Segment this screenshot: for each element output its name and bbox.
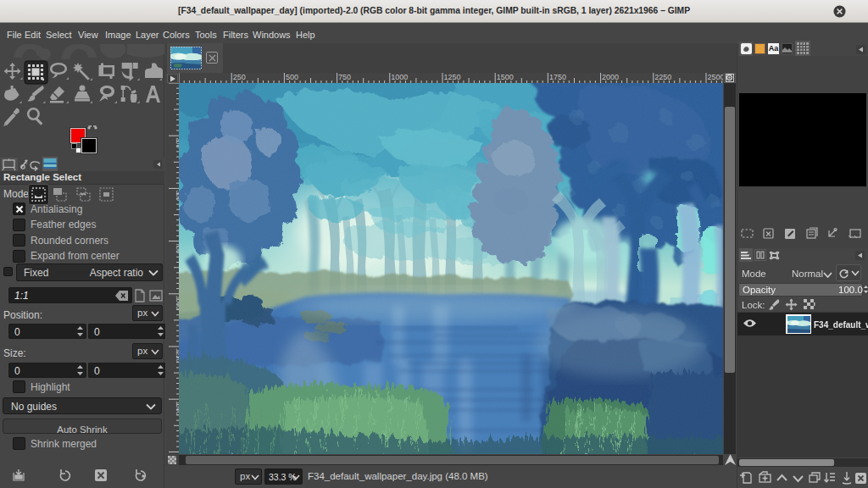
- svg-text:1250: 1250: [444, 73, 461, 81]
- svg-text:i: i: [26, 160, 27, 165]
- svg-text:750: 750: [338, 73, 351, 81]
- svg-text:250: 250: [233, 73, 246, 81]
- svg-text:1000: 1000: [391, 73, 408, 81]
- svg-text:1750: 1750: [549, 73, 566, 81]
- svg-text:2250: 2250: [654, 73, 671, 81]
- svg-text:1500: 1500: [497, 73, 514, 81]
- svg-text:500: 500: [286, 73, 298, 81]
- svg-text:2000: 2000: [602, 73, 619, 81]
- svg-text:2500: 2500: [708, 73, 724, 81]
